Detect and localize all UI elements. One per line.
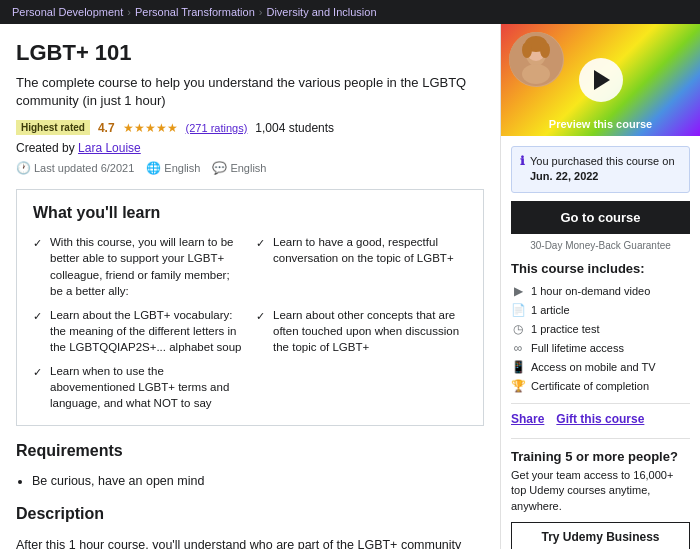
left-content: LGBT+ 101 The complete course to help yo… (0, 24, 500, 549)
learn-item-text-0: With this course, you will learn to be b… (50, 234, 244, 298)
learn-item-0: ✓ With this course, you will learn to be… (33, 234, 244, 298)
course-subtitle: The complete course to help you understa… (16, 74, 484, 110)
include-item-4: 📱 Access on mobile and TV (511, 360, 690, 374)
breadcrumb-item-3[interactable]: Diversity and Inclusion (266, 6, 376, 18)
star-rating: ★★★★★ (123, 121, 178, 135)
include-item-2: ◷ 1 practice test (511, 322, 690, 336)
learn-item-text-3: Learn to have a good, respectful convers… (273, 234, 467, 298)
includes-title: This course includes: (511, 261, 690, 276)
clock-icon: 🕐 (16, 161, 31, 175)
meta-row: Highest rated 4.7 ★★★★★ (271 ratings) 1,… (16, 120, 484, 135)
creator-prefix: Created by (16, 141, 75, 155)
learn-item-text-2: Learn when to use the abovementioned LGB… (50, 363, 244, 411)
ratings-link[interactable]: (271 ratings) (186, 122, 248, 134)
include-text-2: 1 practice test (531, 323, 599, 335)
right-panel: Preview this course ℹ You purchased this… (500, 24, 700, 549)
learn-item-text-1: Learn about the LGBT+ vocabulary: the me… (50, 307, 244, 355)
description-section: Description After this 1 hour course, yo… (16, 505, 484, 549)
gift-link[interactable]: Gift this course (556, 412, 644, 426)
student-count: 1,004 students (255, 121, 334, 135)
learn-grid: ✓ With this course, you will learn to be… (33, 234, 467, 411)
description-title: Description (16, 505, 484, 523)
include-item-1: 📄 1 article (511, 303, 690, 317)
language-1: 🌐 English (146, 161, 200, 175)
svg-point-5 (522, 42, 532, 58)
svg-point-2 (522, 64, 550, 84)
last-updated: 🕐 Last updated 6/2021 (16, 161, 134, 175)
include-text-5: Certificate of completion (531, 380, 649, 392)
business-desc: Get your team access to 16,000+ top Udem… (511, 468, 690, 514)
learn-item-3: ✓ Learn to have a good, respectful conve… (256, 234, 467, 298)
info-row: 🕐 Last updated 6/2021 🌐 English 💬 Englis… (16, 161, 484, 175)
breadcrumb-sep-1: › (127, 6, 131, 18)
include-text-0: 1 hour on-demand video (531, 285, 650, 297)
course-title: LGBT+ 101 (16, 40, 484, 66)
highest-rated-badge: Highest rated (16, 120, 90, 135)
test-icon: ◷ (511, 322, 525, 336)
breadcrumb: Personal Development › Personal Transfor… (0, 0, 700, 24)
learn-title: What you'll learn (33, 204, 467, 222)
learn-item-1: ✓ Learn about the LGBT+ vocabulary: the … (33, 307, 244, 355)
breadcrumb-item-1[interactable]: Personal Development (12, 6, 123, 18)
check-icon-4: ✓ (256, 309, 265, 355)
purchase-notice: ℹ You purchased this course on Jun. 22, … (511, 146, 690, 193)
certificate-icon: 🏆 (511, 379, 525, 393)
money-back-text: 30-Day Money-Back Guarantee (511, 240, 690, 251)
check-icon-0: ✓ (33, 236, 42, 298)
play-button[interactable] (579, 58, 623, 102)
purchase-text: You purchased this course on Jun. 22, 20… (530, 154, 681, 185)
preview-label: Preview this course (501, 118, 700, 130)
video-icon: ▶ (511, 284, 525, 298)
purchase-date: Jun. 22, 2022 (530, 170, 599, 182)
requirements-section: Requirements Be curious, have an open mi… (16, 442, 484, 491)
check-icon-2: ✓ (33, 365, 42, 411)
check-icon-3: ✓ (256, 236, 265, 298)
breadcrumb-item-2[interactable]: Personal Transformation (135, 6, 255, 18)
desc-para-0: After this 1 hour course, you'll underst… (16, 535, 484, 549)
caption-icon: 💬 (212, 161, 227, 175)
include-item-0: ▶ 1 hour on-demand video (511, 284, 690, 298)
include-item-5: 🏆 Certificate of completion (511, 379, 690, 393)
rating-number: 4.7 (98, 121, 115, 135)
include-text-3: Full lifetime access (531, 342, 624, 354)
include-text-1: 1 article (531, 304, 570, 316)
course-image[interactable]: Preview this course (501, 24, 700, 136)
language-1-text: English (164, 162, 200, 174)
learn-item-2: ✓ Learn when to use the abovementioned L… (33, 363, 244, 411)
instructor-avatar (509, 32, 564, 87)
try-udemy-business-button[interactable]: Try Udemy Business (511, 522, 690, 549)
creator-link[interactable]: Lara Louise (78, 141, 141, 155)
panel-body: ℹ You purchased this course on Jun. 22, … (501, 136, 700, 549)
action-links: Share Gift this course (511, 403, 690, 426)
article-icon: 📄 (511, 303, 525, 317)
language-2-text: English (230, 162, 266, 174)
goto-course-button[interactable]: Go to course (511, 201, 690, 234)
share-link[interactable]: Share (511, 412, 544, 426)
language-2: 💬 English (212, 161, 266, 175)
lifetime-icon: ∞ (511, 341, 525, 355)
business-box: Training 5 or more people? Get your team… (511, 438, 690, 549)
info-icon: ℹ (520, 154, 525, 168)
creator-row: Created by Lara Louise (16, 141, 484, 155)
include-text-4: Access on mobile and TV (531, 361, 656, 373)
mobile-icon: 📱 (511, 360, 525, 374)
business-title: Training 5 or more people? (511, 449, 690, 464)
requirements-title: Requirements (16, 442, 484, 460)
include-item-3: ∞ Full lifetime access (511, 341, 690, 355)
play-triangle-icon (594, 70, 610, 90)
learn-item-4: ✓ Learn about other concepts that are of… (256, 307, 467, 355)
learn-item-text-4: Learn about other concepts that are ofte… (273, 307, 467, 355)
globe-icon: 🌐 (146, 161, 161, 175)
breadcrumb-sep-2: › (259, 6, 263, 18)
last-updated-text: Last updated 6/2021 (34, 162, 134, 174)
check-icon-1: ✓ (33, 309, 42, 355)
learn-section: What you'll learn ✓ With this course, yo… (16, 189, 484, 426)
requirement-item-0: Be curious, have an open mind (32, 472, 484, 491)
svg-point-6 (540, 42, 550, 58)
